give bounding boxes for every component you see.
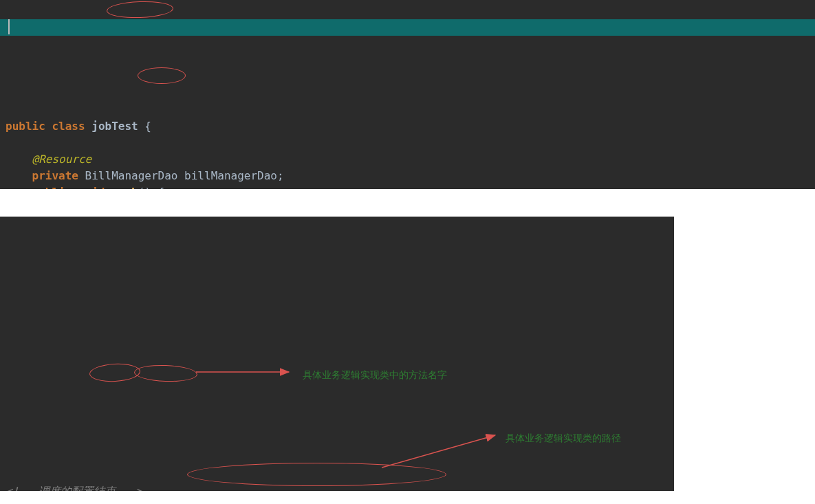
comment-1: <!-- 调度的配置结束 --> bbox=[6, 485, 142, 491]
keyword-void: void bbox=[72, 186, 105, 189]
xml-code-block[interactable]: 具体业务逻辑实现类中的方法名字 具体业务逻辑实现类的路径 <!-- 调度的配置结… bbox=[0, 217, 674, 491]
highlighted-line bbox=[0, 19, 815, 36]
arrow-annotation-1 bbox=[196, 365, 299, 379]
class-name: jobTest bbox=[91, 120, 138, 133]
keyword-private: private bbox=[32, 169, 78, 182]
arrow-annotation-2 bbox=[382, 430, 506, 471]
keyword-public: public bbox=[6, 120, 45, 133]
circle-annotation-jobtest bbox=[107, 0, 174, 19]
text-caret bbox=[8, 19, 10, 34]
method-name-work: work bbox=[111, 186, 138, 189]
xml-code-content: <!-- 调度的配置结束 --> <!-- job的配置开始 --> <bean… bbox=[6, 467, 669, 491]
svg-line-3 bbox=[382, 435, 495, 468]
annotation-label-1: 具体业务逻辑实现类中的方法名字 bbox=[303, 366, 447, 383]
method-rest: () { bbox=[138, 186, 165, 189]
java-code-block[interactable]: public class jobTest { @Resource private… bbox=[0, 0, 815, 189]
java-code-content: public class jobTest { @Resource private… bbox=[6, 102, 809, 189]
circle-annotation-work-xml bbox=[89, 362, 140, 383]
field-decl: BillManagerDao billManagerDao; bbox=[78, 169, 284, 182]
circle-annotation-work bbox=[138, 67, 186, 84]
circle-annotation-value bbox=[134, 364, 198, 382]
brace: { bbox=[138, 120, 151, 133]
keyword-public2: public bbox=[32, 186, 72, 189]
annotation-resource: @Resource bbox=[32, 153, 92, 166]
annotation-label-2: 具体业务逻辑实现类的路径 bbox=[506, 430, 621, 446]
keyword-class: class bbox=[52, 120, 85, 133]
